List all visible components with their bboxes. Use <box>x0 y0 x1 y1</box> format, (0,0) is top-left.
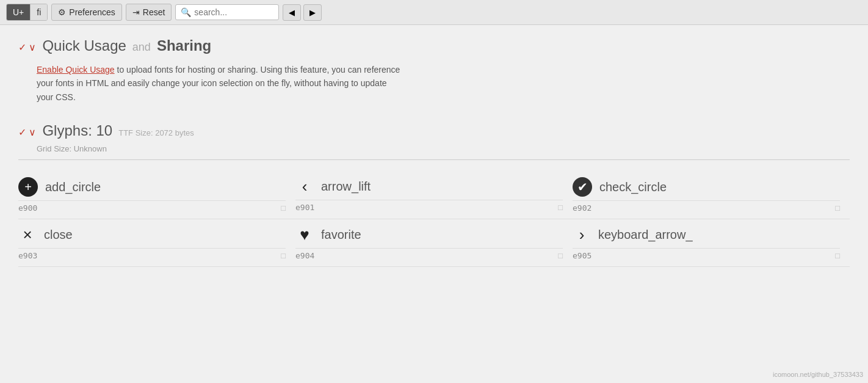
glyph-name-row: ♥ favorite <box>295 225 563 244</box>
search-icon: 🔍 <box>181 7 191 17</box>
glyph-code: e900 <box>18 203 37 213</box>
glyph-icon: ‹ <box>295 177 314 196</box>
glyph-icon: ✔ <box>573 177 592 197</box>
reset-icon: ⇥ <box>132 7 140 17</box>
copy-icon[interactable]: □ <box>835 203 840 213</box>
glyphs-title: Glyphs: 10 <box>42 122 112 139</box>
main-content: ✓ ∨ Quick Usage and Sharing Enable Quick… <box>0 25 868 378</box>
copy-icon[interactable]: □ <box>281 203 286 213</box>
glyph-item: › keyboard_arrow_ e905 □ <box>573 219 850 267</box>
forward-button[interactable]: ▶ <box>303 4 322 21</box>
glyph-icon: ♥ <box>295 225 314 244</box>
copy-icon[interactable]: □ <box>558 251 563 260</box>
glyph-name: arrow_lift <box>321 180 371 194</box>
glyphs-header: ✓ ∨ Glyphs: 10 TTF Size: 2072 bytes <box>18 122 850 139</box>
gear-icon: ⚙ <box>58 7 66 17</box>
reset-button[interactable]: ⇥ Reset <box>126 4 172 21</box>
glyph-icon: × <box>18 225 37 244</box>
ttf-size-label: TTF Size: 2072 bytes <box>118 128 194 137</box>
search-input[interactable] <box>194 7 273 17</box>
glyph-name: keyboard_arrow_ <box>598 228 693 242</box>
nav-buttons: ◀ ▶ <box>283 4 322 21</box>
glyphs-section: ✓ ∨ Glyphs: 10 TTF Size: 2072 bytes Grid… <box>18 122 850 267</box>
preferences-button[interactable]: ⚙ Preferences <box>51 4 121 21</box>
quick-usage-description: Enable Quick Usage to upload fonts for h… <box>37 63 403 104</box>
glyph-code-row: e905 □ <box>573 248 840 260</box>
quick-usage-section-header: ✓ ∨ Quick Usage and Sharing <box>18 37 850 54</box>
format-toggle-group: U+ fi <box>6 4 48 21</box>
glyph-name-row: › keyboard_arrow_ <box>573 225 840 244</box>
glyph-item: × close e903 □ <box>18 219 295 267</box>
copy-icon[interactable]: □ <box>835 251 840 260</box>
quick-usage-body: Enable Quick Usage to upload fonts for h… <box>37 63 850 104</box>
glyph-name-row: ✔ check_circle <box>573 177 840 197</box>
sharing-title: Sharing <box>157 37 211 54</box>
glyph-code: e901 <box>295 203 314 212</box>
glyph-icon: › <box>573 225 591 244</box>
enable-quick-usage-link[interactable]: Enable Quick Usage <box>37 65 115 75</box>
glyph-icon: + <box>18 177 38 197</box>
glyph-code-row: e900 □ <box>18 200 286 213</box>
glyph-name: check_circle <box>599 180 667 194</box>
glyph-name: add_circle <box>45 180 101 194</box>
fi-button[interactable]: fi <box>31 4 47 20</box>
glyph-item: ♥ favorite e904 □ <box>295 219 573 267</box>
glyph-grid: + add_circle e900 □ ‹ arrow_lift e901 □ … <box>18 171 850 267</box>
grid-size-label: Grid Size: Unknown <box>37 144 850 153</box>
u-plus-button[interactable]: U+ <box>7 4 31 20</box>
glyph-item: ✔ check_circle e902 □ <box>573 171 850 219</box>
glyph-name-row: + add_circle <box>18 177 286 197</box>
glyph-code: e905 <box>573 251 591 260</box>
glyphs-chevron[interactable]: ✓ ∨ <box>18 126 36 138</box>
watermark: icomoon.net/github_37533433 <box>773 371 863 378</box>
back-button[interactable]: ◀ <box>283 4 301 21</box>
quick-usage-chevron[interactable]: ✓ ∨ <box>18 42 36 53</box>
glyph-code-row: e903 □ <box>18 248 286 260</box>
quick-usage-title: Quick Usage <box>42 37 126 54</box>
search-box[interactable]: 🔍 <box>175 4 279 20</box>
glyph-code: e904 <box>295 251 314 260</box>
copy-icon[interactable]: □ <box>558 203 563 212</box>
glyph-item: ‹ arrow_lift e901 □ <box>295 171 573 219</box>
copy-icon[interactable]: □ <box>281 251 286 260</box>
glyph-code-row: e904 □ <box>295 248 563 260</box>
glyph-item: + add_circle e900 □ <box>18 171 295 219</box>
glyph-code-row: e902 □ <box>573 200 840 213</box>
glyph-code: e903 <box>18 251 37 260</box>
quick-usage-connector: and <box>132 41 151 54</box>
glyph-name-row: × close <box>18 225 286 244</box>
toolbar: U+ fi ⚙ Preferences ⇥ Reset 🔍 ◀ ▶ <box>0 0 868 25</box>
glyph-code: e902 <box>573 203 591 213</box>
glyph-name: close <box>44 228 73 242</box>
glyph-code-row: e901 □ <box>295 200 563 212</box>
glyph-name-row: ‹ arrow_lift <box>295 177 563 196</box>
divider <box>18 159 850 160</box>
glyph-name: favorite <box>321 228 361 242</box>
